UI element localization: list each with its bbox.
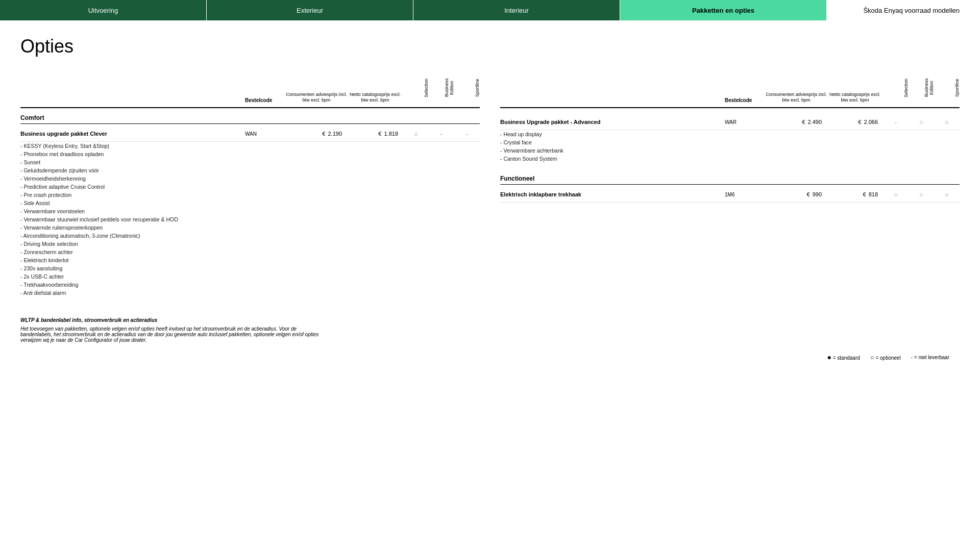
right-header-business: Business Edition (909, 72, 934, 103)
package-price2-wan: € 1.818 (347, 131, 403, 137)
package-row-war: Business Upgrade pakket - Advanced WAR €… (500, 114, 960, 130)
feature-wan-16: - 2x USB-C achter (20, 272, 480, 281)
footer-note: WLTP & bandenlabel info, stroomverbruik … (20, 317, 327, 343)
page-bottom: ● = standaard ○ = optioneel - = niet lev… (20, 353, 960, 361)
package-code-war: WAR (725, 119, 766, 125)
left-table-header: Bestelcode Consumenten adviesprijs incl.… (20, 72, 480, 108)
legend-not-available: - = niet leverbaar (911, 355, 949, 360)
package-code-wan: WAN (245, 131, 286, 137)
page-title: Opties (20, 36, 960, 57)
right-table-header: Bestelcode Consumenten adviesprijs incl.… (500, 72, 960, 108)
legend: ● = standaard ○ = optioneel - = niet lev… (827, 353, 949, 361)
feature-wan-18: - Anti diefstal alarm (20, 289, 480, 297)
feature-wan-15: - 230v aansluiting (20, 264, 480, 272)
right-header-sportline: Sportline (934, 72, 960, 103)
feature-wan-1: - Phonebox met draadloos opladen (20, 150, 480, 158)
navigation: Uitvoering Exterieur Interieur Pakketten… (0, 0, 980, 20)
feature-wan-8: - Verwarmbare voorstoelen (20, 207, 480, 215)
feature-war-3: - Canton Sound System (500, 155, 960, 163)
nav-exterieur[interactable]: Exterieur (207, 0, 413, 20)
left-header-business: Business Edition (429, 72, 454, 103)
nav-uitvoering[interactable]: Uitvoering (0, 0, 207, 20)
page-content: Opties Bestelcode Consumenten adviesprij… (0, 20, 980, 377)
package-code-1m6: 1M6 (725, 192, 766, 197)
features-wan: - KESSY (Keyless Entry, Start &Stop) - P… (20, 142, 480, 297)
feature-wan-11: - Airconditioning automatisch, 3-zone (C… (20, 232, 480, 240)
package-business-war[interactable]: ○ (909, 117, 934, 127)
left-column: Bestelcode Consumenten adviesprijs incl.… (20, 72, 480, 343)
package-price1-1m6: € 990 (766, 191, 827, 197)
package-price2-war: € 2.066 (827, 119, 883, 125)
feature-wan-3: - Geluidsdempende zijruiten vóór (20, 166, 480, 174)
right-header-bestelcode: Bestelcode (725, 97, 766, 103)
section-comfort: Comfort (20, 110, 480, 124)
feature-war-0: - Head up display (500, 130, 960, 138)
features-war: - Head up display - Crystal face - Verwa… (500, 130, 960, 163)
right-header-consumentenprice: Consumenten adviesprijs incl. btw excl. … (766, 92, 827, 103)
nav-interieur[interactable]: Interieur (413, 0, 620, 20)
feature-wan-10: - Verwarmde ruitensproeierkoppen (20, 223, 480, 232)
feature-wan-0: - KESSY (Keyless Entry, Start &Stop) (20, 142, 480, 150)
package-sportline-1m6[interactable]: ○ (934, 190, 960, 199)
package-name-wan: Business upgrade pakket Clever (20, 131, 245, 137)
feature-wan-4: - Vermoeidheidsherkenning (20, 174, 480, 183)
package-sportline-war[interactable]: ○ (934, 117, 960, 127)
feature-wan-13: - Zonnescherm achter (20, 248, 480, 256)
legend-container: ● = standaard ○ = optioneel - = niet lev… (20, 353, 960, 361)
package-name-1m6: Elektrisch inklapbare trekhaak (500, 191, 725, 197)
right-spacer (500, 110, 960, 114)
left-header-consumentenprice: Consumenten adviesprijs incl. btw excl. … (286, 92, 347, 103)
package-name-war: Business Upgrade pakket - Advanced (500, 119, 725, 125)
package-business-wan[interactable]: - (429, 129, 454, 138)
package-business-1m6[interactable]: ○ (909, 190, 934, 199)
package-selection-wan[interactable]: ○ (403, 129, 429, 138)
feature-wan-7: - Side Assist (20, 199, 480, 207)
feature-wan-5: - Predictive adaptive Cruise Control (20, 183, 480, 191)
left-header-sportline: Sportline (454, 72, 480, 103)
feature-war-2: - Verwarmbare achterbank (500, 146, 960, 155)
right-header-nettoprice: Netto catalogusprijs excl. btw excl. bpm (827, 92, 883, 103)
left-header-selection: Selection (403, 72, 429, 103)
feature-wan-17: - Trekhaakvoorbereiding (20, 281, 480, 289)
nav-brand: Škoda Enyaq voorraad modellen (827, 0, 980, 20)
section-functioneel: Functioneel (500, 171, 960, 185)
package-sportline-wan[interactable]: - (454, 129, 480, 138)
right-header-selection: Selection (883, 72, 909, 103)
package-price1-war: € 2.490 (766, 119, 827, 125)
feature-wan-2: - Sunset (20, 158, 480, 166)
package-row-wan: Business upgrade pakket Clever WAN € 2.1… (20, 126, 480, 142)
package-row-1m6: Elektrisch inklapbare trekhaak 1M6 € 990… (500, 187, 960, 203)
nav-pakketten[interactable]: Pakketten en opties (620, 0, 827, 20)
feature-wan-9: - Verwarmbaar stuurwiel inclusief peddel… (20, 215, 480, 223)
feature-wan-6: - Pre crash protection (20, 191, 480, 199)
package-price2-1m6: € 818 (827, 191, 883, 197)
legend-standard: ● = standaard (827, 353, 860, 361)
feature-war-1: - Crystal face (500, 138, 960, 146)
left-header-nettoprice: Netto catalogusprijs excl. btw excl. bpm (347, 92, 403, 103)
main-columns: Bestelcode Consumenten adviesprijs incl.… (20, 72, 960, 343)
right-column: Bestelcode Consumenten adviesprijs incl.… (500, 72, 960, 343)
package-price1-wan: € 2.190 (286, 131, 347, 137)
package-selection-1m6[interactable]: ○ (883, 190, 909, 199)
feature-wan-12: - Driving Mode selection (20, 240, 480, 248)
legend-optional: ○ = optioneel (870, 354, 901, 361)
feature-wan-14: - Elektrisch kinderlot (20, 256, 480, 264)
package-selection-war[interactable]: - (883, 117, 909, 127)
left-header-bestelcode: Bestelcode (245, 97, 286, 103)
